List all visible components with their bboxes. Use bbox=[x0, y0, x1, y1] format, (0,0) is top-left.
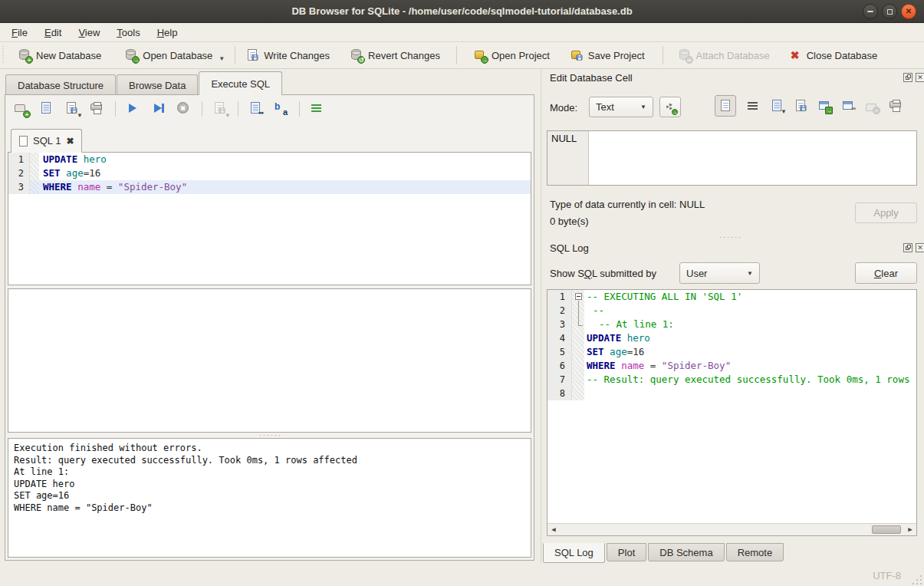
log-line: 1-- EXECUTING ALL IN 'SQL 1' bbox=[547, 290, 916, 304]
toolbar-grip[interactable] bbox=[2, 46, 8, 64]
tab-execute-sql[interactable]: Execute SQL bbox=[199, 71, 282, 95]
format-sql-icon[interactable]: ba bbox=[274, 101, 289, 117]
import-data-icon[interactable]: ▼ bbox=[770, 99, 784, 113]
sql-editor[interactable]: 1UPDATE hero 2SET age=16 3WHERE name = "… bbox=[8, 152, 531, 285]
minimize-button[interactable] bbox=[863, 4, 878, 19]
close-database-button[interactable]: ✖ Close Database bbox=[783, 44, 883, 66]
open-sql-file-icon[interactable] bbox=[39, 101, 54, 117]
sql-column: age bbox=[604, 346, 627, 357]
log-filter-value: User bbox=[686, 268, 707, 279]
menu-help[interactable]: Help bbox=[149, 25, 186, 41]
sql-log-view[interactable]: 1-- EXECUTING ALL IN 'SQL 1' 2-- 3-- At … bbox=[547, 289, 917, 536]
tab-remote[interactable]: Remote bbox=[726, 543, 784, 561]
attach-database-button[interactable]: ∞ Attach Database bbox=[672, 44, 775, 66]
open-database-dropdown-icon[interactable]: ▼ bbox=[219, 55, 225, 62]
revert-changes-button[interactable]: ↺ Revert Changes bbox=[344, 44, 446, 66]
link-data-icon[interactable]: ∞ bbox=[841, 99, 855, 113]
close-tab-icon[interactable]: ✖ bbox=[66, 136, 74, 146]
close-database-label: Close Database bbox=[807, 50, 878, 61]
export-data-icon[interactable] bbox=[794, 99, 807, 113]
save-project-button[interactable]: Save Project bbox=[564, 44, 650, 66]
log-line: 2-- bbox=[547, 304, 916, 318]
stop-icon[interactable]: ✖ bbox=[176, 101, 192, 117]
float-dock-icon[interactable] bbox=[903, 243, 912, 252]
apply-auto-button[interactable]: → bbox=[659, 97, 681, 117]
menu-edit[interactable]: Edit bbox=[36, 25, 70, 41]
log-filter-select[interactable]: User ▼ bbox=[679, 262, 760, 284]
scrollbar-thumb[interactable] bbox=[872, 525, 901, 534]
scroll-right-icon[interactable]: ▶ bbox=[904, 524, 916, 535]
line-number: 6 bbox=[547, 359, 572, 373]
tab-browse-data[interactable]: Browse Data bbox=[117, 74, 198, 95]
sql-field: name bbox=[616, 360, 645, 371]
mode-select-value: Text bbox=[596, 101, 614, 113]
database-attach-icon: ∞ bbox=[678, 48, 692, 62]
open-project-button[interactable]: → Open Project bbox=[468, 44, 555, 66]
horizontal-splitter[interactable]: ······ bbox=[259, 433, 282, 437]
export-results-icon[interactable]: ▼ bbox=[212, 101, 228, 117]
sql-string: "Spider-Boy" bbox=[662, 360, 731, 371]
open-external-icon[interactable]: → bbox=[817, 99, 831, 113]
write-changes-label: Write Changes bbox=[264, 50, 330, 61]
clear-log-button[interactable]: Clear bbox=[855, 262, 917, 284]
project-open-icon: → bbox=[473, 48, 487, 62]
open-database-button[interactable]: → Open Database ▼ bbox=[119, 44, 230, 66]
sql-tab-label: SQL 1 bbox=[33, 135, 61, 146]
scroll-left-icon[interactable]: ◀ bbox=[547, 524, 560, 535]
save-sql-file-icon[interactable]: ▼ bbox=[64, 101, 80, 117]
log-comment: -- EXECUTING ALL IN 'SQL 1' bbox=[587, 291, 742, 302]
sql-column: age bbox=[61, 167, 84, 179]
close-dock-icon[interactable]: ✕ bbox=[916, 73, 924, 82]
sql-string: "Spider-Boy" bbox=[118, 181, 187, 193]
toolbar-separator bbox=[235, 46, 235, 64]
apply-auto-icon: → bbox=[664, 101, 676, 114]
log-line: 5SET age=16 bbox=[547, 345, 916, 359]
tab-database-structure[interactable]: Database Structure bbox=[5, 74, 116, 95]
mode-select[interactable]: Text ▼ bbox=[589, 97, 653, 117]
float-dock-icon[interactable] bbox=[903, 73, 912, 82]
write-changes-button[interactable]: Write Changes bbox=[240, 44, 335, 66]
maximize-button[interactable] bbox=[882, 4, 897, 19]
set-null-icon[interactable]: − bbox=[865, 99, 879, 113]
close-dock-icon[interactable]: ✕ bbox=[916, 243, 924, 252]
print-icon[interactable] bbox=[889, 99, 903, 113]
execute-line-icon[interactable] bbox=[151, 101, 166, 117]
execute-all-icon[interactable] bbox=[126, 101, 141, 117]
tab-db-schema[interactable]: DB Schema bbox=[648, 543, 724, 561]
sql-log-dock-title: SQL Log bbox=[550, 242, 589, 254]
word-wrap-icon[interactable] bbox=[310, 101, 325, 117]
tab-plot[interactable]: Plot bbox=[607, 543, 646, 561]
text-mode-icon[interactable] bbox=[715, 95, 736, 117]
sql-document-tab[interactable]: SQL 1 ✖ bbox=[11, 129, 82, 153]
sql-text: =16 bbox=[627, 346, 645, 357]
dock-splitter[interactable]: ······ bbox=[719, 235, 742, 239]
menu-view[interactable]: View bbox=[70, 25, 108, 41]
results-pane[interactable] bbox=[8, 288, 531, 433]
menu-tools[interactable]: Tools bbox=[108, 25, 148, 41]
dock-tab-bar: SQL Log Plot DB Schema Remote bbox=[543, 543, 785, 563]
cell-value-editor[interactable]: NULL bbox=[547, 130, 917, 186]
titlebar[interactable]: DB Browser for SQLite - /home/user/code/… bbox=[0, 0, 924, 23]
line-number: 3 bbox=[8, 180, 30, 194]
message-line: SET age=16 bbox=[14, 490, 525, 502]
messages-pane[interactable]: Execution finished without errors.Result… bbox=[8, 438, 531, 558]
apply-button-label: Apply bbox=[873, 207, 899, 219]
horizontal-scrollbar[interactable]: ◀ ▶ bbox=[547, 523, 916, 535]
line-number: 8 bbox=[547, 387, 572, 400]
new-sql-tab-icon[interactable]: + bbox=[14, 101, 29, 117]
resize-grip[interactable] bbox=[912, 574, 922, 584]
fold-collapse-icon[interactable] bbox=[575, 293, 582, 300]
close-button[interactable]: ✕ bbox=[901, 4, 916, 19]
line-number: 1 bbox=[8, 153, 30, 166]
menu-file[interactable]: File bbox=[3, 25, 36, 41]
sql-field: name bbox=[72, 181, 101, 193]
toolbar-separator bbox=[238, 101, 238, 117]
apply-button[interactable]: Apply bbox=[855, 202, 917, 223]
print-icon[interactable] bbox=[90, 101, 105, 117]
tab-sql-log[interactable]: SQL Log bbox=[543, 543, 605, 563]
find-replace-icon[interactable]: ●● bbox=[248, 101, 264, 117]
word-wrap-icon[interactable] bbox=[746, 99, 760, 113]
new-database-button[interactable]: + New Database bbox=[12, 44, 107, 66]
cell-null-value: NULL bbox=[547, 131, 589, 185]
fold-margin bbox=[572, 359, 584, 373]
